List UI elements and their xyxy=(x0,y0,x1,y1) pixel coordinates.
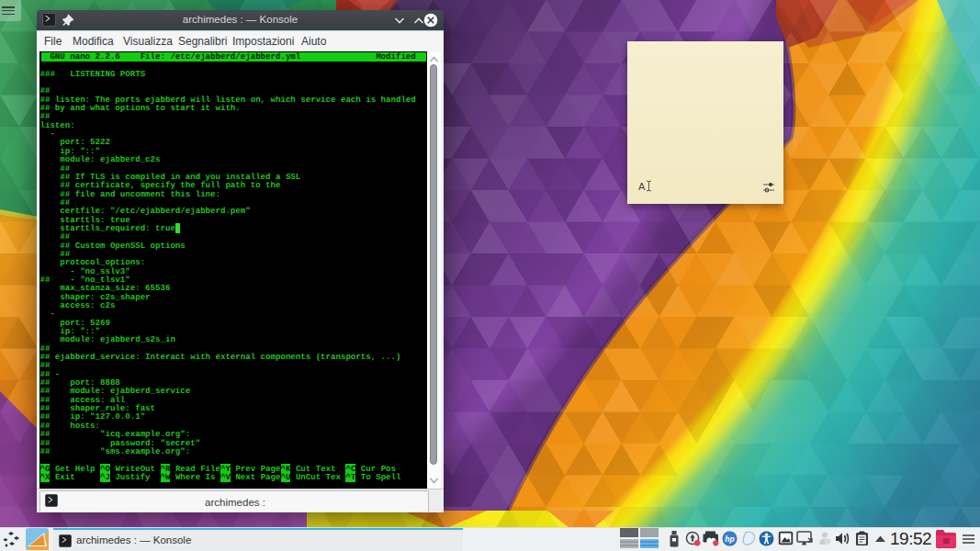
svg-text:hp: hp xyxy=(725,534,734,544)
